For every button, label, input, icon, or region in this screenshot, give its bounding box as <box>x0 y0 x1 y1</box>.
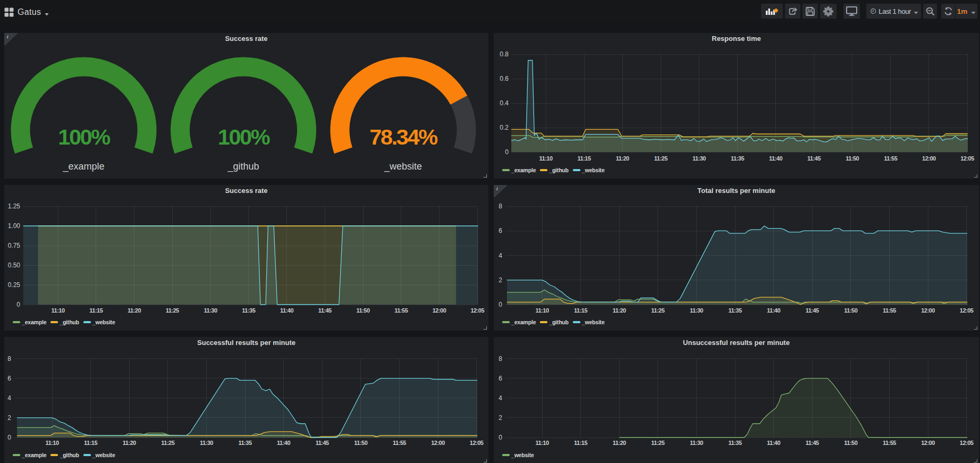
svg-text:11:10: 11:10 <box>539 155 552 162</box>
svg-text:11:25: 11:25 <box>651 440 664 446</box>
svg-text:0: 0 <box>16 301 20 308</box>
svg-text:0: 0 <box>499 434 502 441</box>
svg-text:2: 2 <box>499 414 502 422</box>
svg-text:11:45: 11:45 <box>316 440 329 446</box>
svg-text:100%: 100% <box>218 124 270 149</box>
svg-text:0: 0 <box>499 301 502 308</box>
svg-text:11:30: 11:30 <box>690 307 703 314</box>
svg-text:11:50: 11:50 <box>844 440 857 446</box>
svg-text:12:05: 12:05 <box>470 440 484 446</box>
svg-text:2: 2 <box>499 276 502 284</box>
svg-text:11:15: 11:15 <box>574 307 587 314</box>
svg-text:11:50: 11:50 <box>354 440 367 446</box>
svg-text:11:55: 11:55 <box>883 440 896 446</box>
svg-text:11:25: 11:25 <box>651 307 664 314</box>
svg-text:11:50: 11:50 <box>846 155 859 162</box>
svg-text:11:10: 11:10 <box>535 307 548 314</box>
svg-text:12:05: 12:05 <box>470 307 484 314</box>
svg-text:0.6: 0.6 <box>500 75 509 82</box>
svg-text:_website: _website <box>384 161 422 172</box>
svg-text:11:30: 11:30 <box>204 307 217 314</box>
svg-text:11:25: 11:25 <box>654 155 668 162</box>
svg-text:11:20: 11:20 <box>123 440 136 446</box>
svg-text:11:40: 11:40 <box>767 440 780 446</box>
svg-text:12:05: 12:05 <box>960 155 974 162</box>
svg-text:12:00: 12:00 <box>921 440 935 446</box>
svg-text:8: 8 <box>7 355 11 363</box>
svg-text:11:15: 11:15 <box>574 440 587 446</box>
svg-text:11:45: 11:45 <box>806 440 819 446</box>
svg-text:11:30: 11:30 <box>692 155 706 162</box>
svg-text:11:35: 11:35 <box>238 440 251 446</box>
svg-text:11:20: 11:20 <box>616 155 629 162</box>
svg-text:11:45: 11:45 <box>807 155 821 162</box>
svg-text:11:15: 11:15 <box>578 155 591 162</box>
svg-text:11:20: 11:20 <box>128 307 141 314</box>
svg-text:11:35: 11:35 <box>728 307 741 314</box>
svg-text:11:55: 11:55 <box>394 307 408 314</box>
svg-text:11:40: 11:40 <box>767 307 780 314</box>
svg-text:0: 0 <box>7 434 11 441</box>
svg-text:11:50: 11:50 <box>356 307 369 314</box>
svg-text:6: 6 <box>499 227 502 234</box>
svg-text:11:55: 11:55 <box>393 440 406 446</box>
svg-text:_github: _github <box>227 161 259 172</box>
svg-text:11:10: 11:10 <box>51 307 64 314</box>
svg-text:12:00: 12:00 <box>921 307 935 314</box>
svg-text:1.25: 1.25 <box>8 203 21 210</box>
svg-text:0.8: 0.8 <box>500 50 509 58</box>
svg-text:12:05: 12:05 <box>960 307 974 314</box>
svg-text:11:10: 11:10 <box>535 440 548 446</box>
svg-text:11:15: 11:15 <box>89 307 103 314</box>
svg-text:0.4: 0.4 <box>500 99 509 107</box>
svg-text:11:40: 11:40 <box>277 440 290 446</box>
svg-text:6: 6 <box>499 375 502 382</box>
svg-text:12:05: 12:05 <box>960 440 974 446</box>
svg-text:0.75: 0.75 <box>8 242 21 249</box>
svg-text:11:10: 11:10 <box>45 440 58 446</box>
svg-text:12:00: 12:00 <box>433 307 446 314</box>
svg-text:4: 4 <box>499 394 502 402</box>
svg-text:11:45: 11:45 <box>806 307 819 314</box>
svg-text:2: 2 <box>7 414 11 422</box>
svg-text:0.2: 0.2 <box>500 124 509 131</box>
svg-text:11:30: 11:30 <box>200 440 213 446</box>
svg-text:11:40: 11:40 <box>280 307 293 314</box>
svg-text:11:40: 11:40 <box>769 155 782 162</box>
svg-text:11:25: 11:25 <box>161 440 174 446</box>
svg-text:78.34%: 78.34% <box>369 124 437 149</box>
svg-text:0.50: 0.50 <box>8 262 21 269</box>
svg-text:11:20: 11:20 <box>613 307 626 314</box>
svg-text:0.25: 0.25 <box>8 281 21 289</box>
svg-text:11:25: 11:25 <box>166 307 179 314</box>
svg-text:12:00: 12:00 <box>922 155 936 162</box>
svg-text:11:20: 11:20 <box>613 440 626 446</box>
svg-text:100%: 100% <box>58 124 110 149</box>
svg-text:4: 4 <box>7 394 11 402</box>
svg-text:8: 8 <box>499 355 502 363</box>
svg-text:0: 0 <box>505 148 509 156</box>
svg-text:_example: _example <box>62 161 104 172</box>
svg-text:11:15: 11:15 <box>84 440 97 446</box>
svg-text:11:45: 11:45 <box>318 307 332 314</box>
svg-text:11:35: 11:35 <box>242 307 255 314</box>
svg-text:11:50: 11:50 <box>844 307 857 314</box>
svg-text:1.00: 1.00 <box>8 222 21 230</box>
svg-text:4: 4 <box>499 252 502 259</box>
svg-text:8: 8 <box>499 203 502 210</box>
svg-text:12:00: 12:00 <box>431 440 445 446</box>
svg-text:11:35: 11:35 <box>728 440 741 446</box>
svg-text:11:55: 11:55 <box>884 155 897 162</box>
svg-text:11:30: 11:30 <box>690 440 703 446</box>
svg-text:11:55: 11:55 <box>883 307 896 314</box>
svg-text:6: 6 <box>7 375 11 382</box>
svg-text:11:35: 11:35 <box>731 155 744 162</box>
